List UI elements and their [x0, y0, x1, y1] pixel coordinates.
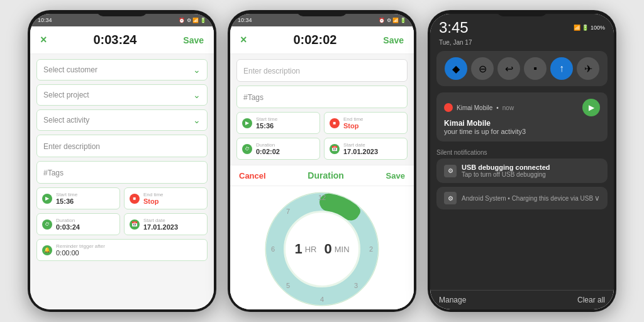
close-button-1[interactable]: ×	[40, 33, 47, 47]
duration-icon-1: ⏱	[42, 219, 52, 230]
status-time-1: 10:34	[38, 17, 52, 23]
phone-1: 10:34 ⏰ ⚙ 📶 🔋 × 0:03:24 Save Select cust…	[28, 10, 216, 312]
svg-text:12: 12	[318, 194, 326, 201]
duration-box-2[interactable]: ⏱ Duration 0:02:02	[236, 138, 320, 160]
duration-date-row-1: ⏱ Duration 0:03:24 📅 Start date 17.01.20…	[36, 213, 208, 235]
description-label-2: Enter description	[243, 67, 300, 75]
charging-inner: ⚙ Android System • Charging this device …	[444, 192, 593, 204]
svg-text:3: 3	[354, 282, 358, 289]
duration-value-1: 0:03:24	[56, 223, 80, 231]
svg-text:7: 7	[286, 208, 290, 215]
status-icons-2: ⏰ ⚙ 📶 🔋	[379, 18, 406, 23]
kimai-app-name: Kimai Mobile	[457, 104, 492, 111]
qs-rotate-icon[interactable]: ↩	[497, 57, 520, 80]
end-time-box-2[interactable]: ■ End time Stop	[324, 112, 408, 134]
clock-minutes-label: MIN	[335, 245, 350, 254]
end-time-content-1: End time Stop	[143, 192, 164, 205]
start-date-icon-2: 📅	[330, 144, 340, 154]
start-time-value-1: 15:36	[56, 197, 77, 205]
notifications-area: Kimai Mobile • now ▶ Kimai Mobile your t…	[430, 92, 614, 290]
svg-point-12	[349, 206, 360, 217]
phone-notch-3	[497, 10, 547, 16]
start-date-content-1: Start date 17.01.2023	[143, 218, 178, 231]
save-button-1[interactable]: Save	[183, 35, 204, 45]
start-date-label-2: Start date	[343, 142, 378, 148]
end-time-box-1[interactable]: ■ End time Stop	[124, 187, 208, 209]
charging-card[interactable]: ⚙ Android System • Charging this device …	[436, 187, 608, 209]
status-icons-1: ⏰ ⚙ 📶 🔋	[179, 18, 206, 23]
kimai-play-button[interactable]: ▶	[582, 99, 600, 116]
start-time-content-2: Start time 15:36	[256, 116, 277, 130]
notif-date: Tue, Jan 17	[430, 39, 614, 51]
status-icons-symbols-1: ⏰ ⚙ 📶 🔋	[179, 18, 206, 23]
tags-field-1[interactable]: #Tags	[36, 161, 208, 184]
start-date-box-2[interactable]: 📅 Start date 17.01.2023	[324, 138, 408, 160]
duration-picker-area: Cancel Duration Save	[230, 165, 414, 309]
reminder-box-1[interactable]: 🔔 Reminder trigger after 0:00:00	[36, 239, 208, 261]
clock-container[interactable]: 12 1 2 3 4 5 6 7 1	[230, 186, 414, 309]
form-body-1: Select customer ⌄ Select project ⌄ Selec…	[30, 54, 214, 309]
start-date-box-1[interactable]: 📅 Start date 17.01.2023	[124, 213, 208, 235]
qs-dnd-icon[interactable]: ⊖	[471, 57, 494, 80]
tags-field-2[interactable]: #Tags	[236, 86, 408, 108]
description-field-1[interactable]: Enter description	[36, 135, 208, 157]
tracker-header-2: × 0:02:02 Save	[230, 26, 414, 54]
duration-label-1: Duration	[56, 218, 80, 223]
usb-debug-card[interactable]: ⚙ USB debugging connected Tap to turn of…	[436, 158, 608, 183]
status-icons-symbols-2: ⏰ ⚙ 📶 🔋	[379, 18, 406, 23]
start-end-row-1: ▶ Start time 15:36 ■ End time Stop	[36, 187, 208, 209]
duration-content-1: Duration 0:03:24	[56, 218, 80, 231]
svg-text:4: 4	[320, 296, 324, 303]
qs-airplane-icon[interactable]: ✈	[577, 57, 599, 80]
reminder-value-1: 0:00:00	[56, 249, 105, 257]
reminder-label-1: Reminder trigger after	[56, 243, 105, 249]
start-time-box-1[interactable]: ▶ Start time 15:36	[36, 187, 120, 209]
start-date-value-2: 17.01.2023	[343, 148, 378, 155]
duration-box-1[interactable]: ⏱ Duration 0:03:24	[36, 213, 120, 235]
duration-icon-2: ⏱	[242, 144, 252, 154]
customer-field[interactable]: Select customer ⌄	[36, 59, 208, 80]
picker-save-button[interactable]: Save	[386, 171, 405, 180]
project-field[interactable]: Select project ⌄	[36, 84, 208, 106]
usb-debug-title: USB debugging connected	[462, 164, 550, 171]
start-time-box-2[interactable]: ▶ Start time 15:36	[236, 112, 320, 134]
screen1-content: × 0:03:24 Save Select customer ⌄ Select …	[30, 26, 214, 309]
kimai-notif-body: your time is up for activity3	[444, 128, 600, 135]
clock-center-display: 1 HR 0 MIN	[294, 241, 349, 257]
picker-title: Duration	[308, 170, 344, 180]
description-field-2[interactable]: Enter description	[236, 59, 408, 82]
start-time-icon-2: ▶	[242, 118, 252, 128]
close-button-2[interactable]: ×	[240, 33, 247, 47]
duration-date-row-2: ⏱ Duration 0:02:02 📅 Start date 17.01.20…	[236, 138, 408, 160]
kimai-notification-card[interactable]: Kimai Mobile • now ▶ Kimai Mobile your t…	[436, 92, 608, 142]
clear-all-button[interactable]: Clear all	[577, 296, 605, 304]
qs-wifi-icon[interactable]: ◆	[445, 57, 467, 80]
start-time-content-1: Start time 15:36	[56, 192, 77, 205]
picker-cancel-button[interactable]: Cancel	[239, 171, 266, 180]
charging-expand-icon[interactable]: ∨	[594, 194, 600, 203]
notification-screen: 3:45 📶 🔋 100% Tue, Jan 17 ◆ ⊖ ↩ ▪ ↑ ✈	[430, 14, 614, 309]
phone-2: 10:34 ⏰ ⚙ 📶 🔋 × 0:02:02 Save Enter descr…	[228, 10, 416, 312]
kimai-notif-time: now	[502, 104, 514, 111]
svg-text:5: 5	[286, 282, 290, 289]
notif-footer: Manage Clear all	[430, 290, 614, 309]
save-button-2[interactable]: Save	[383, 35, 404, 45]
phones-container: 10:34 ⏰ ⚙ 📶 🔋 × 0:03:24 Save Select cust…	[0, 0, 644, 322]
description-label-1: Enter description	[43, 142, 100, 151]
kimai-dot: •	[496, 104, 499, 111]
activity-field[interactable]: Select activity ⌄	[36, 109, 208, 131]
start-time-label-2: Start time	[256, 116, 277, 122]
duration-form-2: Enter description #Tags ▶ Start time 15:…	[230, 54, 414, 165]
phone-screen-1: 10:34 ⏰ ⚙ 📶 🔋 × 0:03:24 Save Select cust…	[30, 14, 214, 309]
qs-data-icon[interactable]: ↑	[550, 57, 573, 80]
qs-battery-icon[interactable]: ▪	[524, 57, 547, 80]
phone-notch-2	[297, 10, 347, 16]
manage-button[interactable]: Manage	[439, 296, 466, 304]
clock-hours: 1	[294, 241, 302, 257]
activity-chevron-icon: ⌄	[193, 115, 201, 125]
duration-label-2: Duration	[256, 142, 280, 148]
clock-minutes: 0	[324, 241, 331, 257]
charging-body: Android System • Charging this device vi…	[462, 195, 593, 202]
tags-label-1: #Tags	[43, 169, 64, 177]
svg-text:2: 2	[369, 245, 373, 253]
